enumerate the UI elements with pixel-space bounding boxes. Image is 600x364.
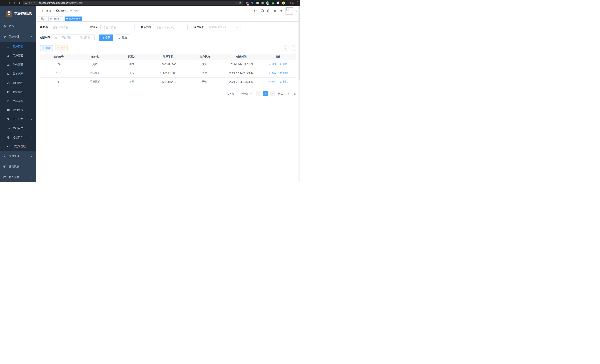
sidebar-item-label: 基础设施 — [9, 165, 30, 168]
browser-forward-button[interactable] — [7, 0, 11, 5]
browser-reload-button[interactable] — [11, 0, 16, 5]
sidebar-item-menu[interactable]: 菜单管理 — [0, 69, 36, 78]
chevron-down-icon — [30, 166, 33, 168]
cell-contact: 芋艿 — [113, 77, 150, 86]
users-icon — [7, 45, 10, 48]
dictionary-icon — [7, 100, 10, 103]
add-button[interactable]: 新增 — [40, 45, 53, 51]
chevron-down-icon — [30, 176, 33, 178]
sidebar-item-pay[interactable]: 支付管理 — [0, 151, 36, 161]
security-label: 不安全 — [28, 1, 36, 5]
app-logo[interactable]: 芋道管理系统 — [0, 6, 36, 21]
share-icon[interactable] — [234, 1, 238, 5]
next-page-button[interactable] — [270, 91, 275, 96]
extension-badge: 10 — [247, 3, 249, 6]
profile-avatar-icon[interactable] — [282, 1, 285, 5]
show-search-toggle-button[interactable] — [283, 45, 289, 51]
sidebar-item-sms[interactable]: 短信管理 — [0, 133, 36, 142]
system-submenu: 租户管理 用户管理 角色管理 — [0, 42, 36, 151]
bookmark-star-icon[interactable] — [238, 1, 243, 5]
extension-icon-3[interactable] — [256, 1, 259, 5]
goto-page-input[interactable] — [284, 91, 292, 96]
breadcrumb-home[interactable]: 首页 — [46, 9, 51, 13]
sidebar-item-online[interactable]: 在线用户 — [0, 124, 36, 133]
page-number-1[interactable]: 1 — [263, 91, 268, 96]
scrollbar-thumb[interactable] — [299, 6, 300, 80]
goto-label: 前往 — [278, 92, 283, 95]
message-icon — [7, 109, 10, 112]
sidebar-item-notice[interactable]: 通知公告 — [0, 106, 36, 115]
page-size-select[interactable]: 10条/页 — [236, 91, 254, 96]
pagination: 共 3 条 10条/页 1 前往 页 — [40, 91, 296, 96]
sidebar-item-infra[interactable]: 基础设施 — [0, 161, 36, 172]
sidebar-item-dept[interactable]: 部门管理 — [0, 78, 36, 87]
sidebar-item-tenant[interactable]: 租户管理 — [0, 42, 36, 51]
reset-button[interactable]: 重置 — [116, 35, 130, 41]
sidebar-item-user[interactable]: 用户管理 — [0, 51, 36, 60]
search-icon[interactable] — [254, 9, 258, 13]
sidebar-item-errcode[interactable]: 错误码管理 — [0, 142, 36, 151]
github-icon[interactable] — [260, 9, 264, 13]
extension-icon-5[interactable]: y — [266, 1, 270, 5]
sidebar-item-system[interactable]: 系统管理 — [0, 32, 36, 42]
mobile-input[interactable] — [153, 24, 188, 30]
status-select[interactable]: 请选择租户状态 — [206, 24, 240, 30]
sidebar-item-audit[interactable]: 审计日志 — [0, 115, 36, 124]
sidebar-item-dev[interactable]: 研发工具 — [0, 172, 36, 182]
address-bar[interactable]: 不安全 dashboard.yudao.iocoder.cn/system/te… — [23, 1, 244, 5]
tab-home[interactable]: 首页 — [39, 17, 47, 21]
sidebar-item-label: 短信管理 — [13, 136, 30, 139]
extension-icon-2[interactable] — [251, 1, 254, 5]
extension-icon-1[interactable]: 10 — [245, 1, 249, 5]
tab-tenant[interactable]: 租户管理 × — [65, 17, 82, 21]
sidebar-item-post[interactable]: 岗位管理 — [0, 87, 36, 96]
tab-dept[interactable]: 部门管理 × — [48, 17, 64, 21]
sidebar-collapse-icon[interactable] — [39, 9, 43, 13]
search-button[interactable]: 搜索 — [99, 35, 113, 41]
id-badge-icon — [7, 91, 10, 93]
tenant-name-input[interactable] — [50, 24, 84, 30]
browser-home-button[interactable] — [16, 0, 21, 5]
extension-icon-6[interactable] — [271, 1, 275, 5]
font-size-icon[interactable]: tT — [280, 9, 282, 13]
caret-down-icon[interactable] — [296, 10, 297, 12]
sidebar-item-dict[interactable]: 字典管理 — [0, 96, 36, 106]
contact-input[interactable] — [100, 24, 135, 30]
browser-update-button[interactable]: 更新 — [287, 1, 298, 5]
delete-link[interactable]: 删除 — [280, 71, 288, 75]
edit-link[interactable]: 修改 — [268, 63, 276, 66]
cell-status: 开启 — [187, 77, 223, 86]
chevron-down-icon — [30, 155, 33, 157]
delete-link[interactable]: 删除 — [280, 80, 288, 83]
breadcrumb-system[interactable]: 系统管理 — [55, 9, 66, 13]
col-tenant-name: 租户名 — [77, 54, 113, 60]
create-time-range-picker[interactable]: 开始日期 - 结束日期 — [53, 35, 95, 41]
fullscreen-icon[interactable] — [273, 9, 277, 13]
refresh-table-button[interactable] — [291, 45, 296, 51]
extensions-puzzle-icon[interactable] — [276, 1, 280, 5]
export-button[interactable]: 导出 — [55, 45, 67, 51]
table-row: 108 测试 测试 15601691300 关闭 2021-12-14 21:0… — [40, 60, 296, 69]
help-icon[interactable] — [267, 9, 271, 13]
tab-close-icon[interactable]: × — [60, 18, 62, 20]
chevron-down-icon — [30, 136, 33, 139]
shield-check-icon — [7, 136, 10, 139]
user-avatar[interactable] — [286, 7, 293, 15]
sidebar: 芋道管理系统 首页 系统管理 — [0, 6, 36, 182]
page-scrollbar[interactable] — [299, 6, 300, 182]
edit-link[interactable]: 修改 — [268, 80, 276, 83]
prev-page-button[interactable] — [256, 91, 261, 96]
top-navbar: 首页 / 系统管理 / 租户管理 tT — [36, 6, 300, 16]
edit-link[interactable]: 修改 — [268, 71, 276, 75]
create-time-label: 创建时间 — [40, 36, 50, 39]
sidebar-item-role[interactable]: 角色管理 — [0, 60, 36, 69]
chevron-down-icon — [236, 26, 238, 28]
delete-link[interactable]: 删除 — [280, 63, 288, 66]
tab-close-icon[interactable]: × — [79, 18, 80, 20]
sidebar-item-home[interactable]: 首页 — [0, 21, 36, 32]
cell-tenant-name: 测试租户 — [77, 69, 113, 77]
table-row: 107 测试租户 秃头 15601691300 关闭 2021-12-14 20… — [40, 69, 296, 77]
browser-back-button[interactable] — [2, 0, 7, 5]
extension-icon-4[interactable] — [261, 1, 264, 5]
chevron-up-icon — [30, 36, 33, 38]
